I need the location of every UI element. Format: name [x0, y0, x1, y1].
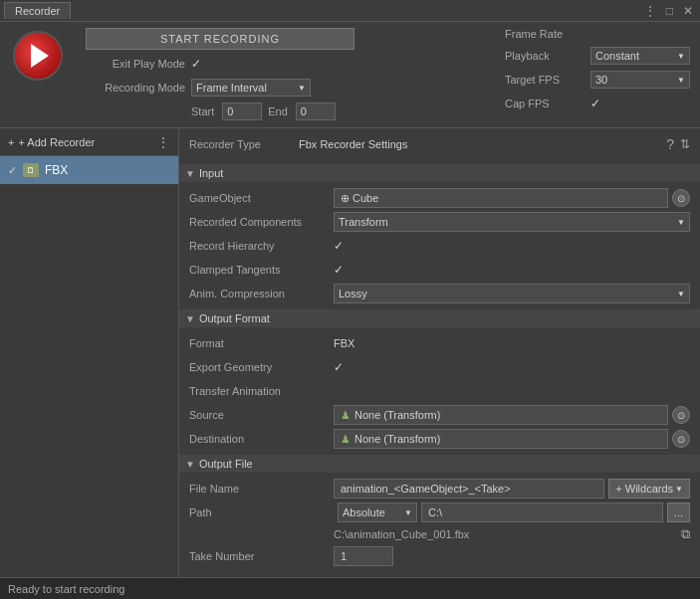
end-text: End	[268, 105, 288, 117]
target-fps-dropdown[interactable]: 30	[590, 71, 690, 89]
recording-mode-dropdown[interactable]: Frame Interval	[191, 79, 311, 97]
export-geometry-check[interactable]: ✓	[334, 360, 344, 374]
recording-mode-row: Recording Mode Frame Interval	[86, 78, 465, 98]
take-number-label: Take Number	[189, 550, 334, 562]
play-button-area	[10, 28, 66, 84]
title-tab[interactable]: Recorder	[4, 2, 71, 19]
anim-compression-label: Anim. Compression	[189, 288, 334, 300]
clamped-tangents-label: Clamped Tangents	[189, 264, 334, 276]
gameobject-label: GameObject	[189, 192, 334, 204]
sidebar-header: + + Add Recorder ⋮	[0, 128, 178, 156]
exit-play-mode-check: ✓	[191, 57, 201, 71]
path-field-row: Absolute C:\ ...	[338, 502, 690, 522]
help-button[interactable]: ?	[666, 136, 674, 152]
output-format-triangle-icon: ▼	[185, 313, 195, 324]
destination-select-button[interactable]: ⊙	[672, 430, 690, 448]
playback-label: Playback	[505, 50, 584, 62]
recorder-item-fbx[interactable]: ✓ 🗒 FBX	[0, 156, 178, 184]
more-options-icon[interactable]: ⋮	[641, 4, 659, 18]
record-hierarchy-check[interactable]: ✓	[334, 239, 344, 253]
cap-fps-row: Cap FPS ✓	[505, 94, 690, 113]
path-browse-button[interactable]: ...	[667, 502, 690, 522]
sidebar-menu-button[interactable]: ⋮	[156, 134, 170, 150]
format-row: Format FBX	[189, 333, 690, 353]
source-field-row: ♟ None (Transform) ⊙	[334, 405, 690, 425]
path-value: C:\	[428, 506, 442, 518]
main-container: START RECORDING Exit Play Mode ✓ Recordi…	[0, 22, 700, 599]
status-bar: Ready to start recording	[0, 577, 700, 599]
start-text: Start	[191, 105, 214, 117]
gameobject-select-button[interactable]: ⊙	[672, 189, 690, 207]
clamped-tangents-check[interactable]: ✓	[334, 263, 344, 277]
content-area: + + Add Recorder ⋮ ✓ 🗒 FBX Recorder Type…	[0, 128, 700, 577]
path-value-field[interactable]: C:\	[421, 502, 663, 522]
recording-controls: START RECORDING Exit Play Mode ✓ Recordi…	[86, 28, 465, 121]
recorded-components-value: Transform	[339, 216, 388, 228]
wildcards-button[interactable]: + Wildcards	[608, 479, 690, 499]
path-preview-row: C:\animation_Cube_001.fbx ⧉	[189, 526, 690, 542]
anim-compression-dropdown[interactable]: Lossy	[334, 284, 690, 303]
right-panel: Recorder Type Fbx Recorder Settings ? ⇅ …	[179, 128, 700, 577]
path-type-dropdown[interactable]: Absolute	[338, 502, 417, 522]
top-section: START RECORDING Exit Play Mode ✓ Recordi…	[0, 22, 700, 128]
plus-icon: +	[8, 136, 14, 148]
destination-row: Destination ♟ None (Transform) ⊙	[189, 429, 690, 449]
file-name-value: animation_<GameObject>_<Take>	[341, 483, 511, 495]
source-select-button[interactable]: ⊙	[672, 406, 690, 424]
output-file-section-header: ▼ Output File	[179, 455, 700, 473]
record-hierarchy-label: Record Hierarchy	[189, 240, 334, 252]
source-label: Source	[189, 409, 334, 421]
format-value: FBX	[334, 337, 690, 349]
add-recorder-button[interactable]: + + Add Recorder	[8, 136, 95, 148]
output-file-triangle-icon: ▼	[185, 459, 195, 470]
file-name-row: File Name animation_<GameObject>_<Take> …	[189, 479, 690, 499]
destination-field[interactable]: ♟ None (Transform)	[334, 429, 668, 449]
path-preview: C:\animation_Cube_001.fbx	[334, 528, 677, 540]
recorder-icon-fbx: 🗒	[23, 163, 39, 177]
output-format-section-header: ▼ Output Format	[179, 309, 700, 327]
destination-value: None (Transform)	[354, 433, 440, 445]
start-end-row: Start End	[86, 101, 465, 121]
file-name-field[interactable]: animation_<GameObject>_<Take>	[334, 479, 604, 499]
gameobject-field-row: ⊕ Cube ⊙	[334, 188, 690, 208]
file-name-label: File Name	[189, 483, 334, 495]
take-number-row: Take Number	[189, 546, 690, 566]
recorder-type-header: Recorder Type Fbx Recorder Settings ? ⇅	[189, 136, 690, 156]
output-format-section-title: Output Format	[199, 312, 270, 324]
recorder-type-icons: ? ⇅	[666, 136, 690, 152]
source-value: None (Transform)	[354, 409, 440, 421]
close-icon[interactable]: ✕	[680, 4, 696, 18]
recorded-components-row: Recorded Components Transform	[189, 212, 690, 232]
settings-button[interactable]: ⇅	[680, 136, 690, 152]
source-row: Source ♟ None (Transform) ⊙	[189, 405, 690, 425]
input-section-header: ▼ Input	[179, 164, 700, 182]
open-folder-button[interactable]: ⧉	[681, 526, 690, 542]
format-label: Format	[189, 337, 334, 349]
start-recording-play-button[interactable]	[13, 31, 63, 81]
path-row: Path Absolute C:\ ... C:\animation_Cube_…	[189, 502, 690, 542]
start-recording-button[interactable]: START RECORDING	[86, 28, 354, 50]
input-triangle-icon: ▼	[185, 168, 195, 179]
gameobject-value: ⊕ Cube	[341, 192, 378, 205]
anim-compression-row: Anim. Compression Lossy	[189, 284, 690, 303]
playback-dropdown[interactable]: Constant	[590, 47, 690, 65]
end-input[interactable]	[296, 102, 336, 120]
recorder-type-value: Fbx Recorder Settings	[299, 138, 666, 150]
destination-person-icon: ♟	[341, 433, 350, 446]
exit-play-mode-row: Exit Play Mode ✓	[86, 54, 465, 74]
source-field[interactable]: ♟ None (Transform)	[334, 405, 668, 425]
destination-field-row: ♟ None (Transform) ⊙	[334, 429, 690, 449]
play-icon	[31, 44, 49, 68]
minimize-icon[interactable]: □	[663, 4, 676, 18]
recorder-check-fbx: ✓	[8, 164, 17, 177]
frame-rate-section: Frame Rate Playback Constant Target FPS …	[505, 28, 690, 113]
recorded-components-dropdown[interactable]: Transform	[334, 212, 690, 232]
take-number-input[interactable]	[334, 546, 393, 566]
recording-mode-label: Recording Mode	[86, 82, 185, 94]
start-input[interactable]	[222, 102, 262, 120]
destination-label: Destination	[189, 433, 334, 445]
gameobject-field[interactable]: ⊕ Cube	[334, 188, 668, 208]
export-geometry-row: Export Geometry ✓	[189, 357, 690, 377]
path-main-row: Path Absolute C:\ ...	[189, 502, 690, 522]
target-fps-label: Target FPS	[505, 74, 584, 86]
